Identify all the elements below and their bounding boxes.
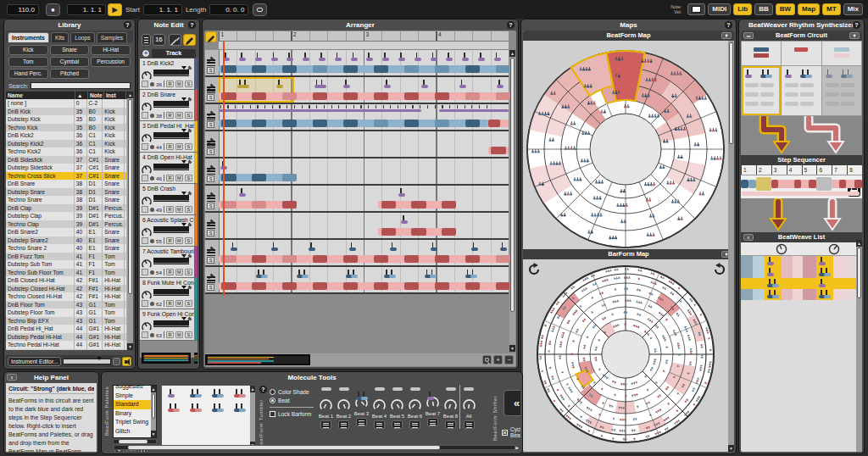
table-row[interactable]: Techno Snare38D1Snare (6, 196, 127, 204)
note-list-button[interactable] (142, 34, 151, 46)
help-icon[interactable]: ? (188, 21, 196, 29)
shift-left-button[interactable]: « (504, 390, 520, 416)
m-button[interactable]: M (175, 237, 183, 244)
track-module[interactable]: 2 DnB Snare38RMS (140, 90, 198, 121)
barform-map[interactable] (523, 259, 729, 452)
knob[interactable] (388, 398, 406, 414)
color-swatch[interactable] (142, 143, 148, 150)
scroll-up-icon[interactable]: ▲ (250, 386, 255, 392)
piano-button[interactable] (687, 3, 705, 15)
pin-icon[interactable] (186, 217, 192, 224)
list-scrollbar[interactable]: ▲ (856, 240, 862, 452)
solo-button[interactable]: S (207, 203, 214, 209)
step-segment[interactable] (741, 180, 748, 188)
step-number[interactable]: 5 (802, 165, 817, 175)
s-button[interactable]: S (185, 143, 192, 150)
palette-item[interactable]: Triplet Swing (114, 418, 151, 427)
table-row[interactable]: Techno Sub Floor Tom41F1Tom (6, 269, 127, 277)
list-button[interactable] (392, 420, 403, 429)
volume-fader[interactable] (153, 258, 189, 264)
beatweave-list[interactable] (741, 256, 862, 300)
pin-icon[interactable] (186, 280, 192, 286)
knob[interactable] (317, 398, 335, 414)
help-icon[interactable]: ? (507, 21, 515, 29)
column-header[interactable]: Name (6, 92, 75, 99)
scroll-down-icon[interactable]: ▼ (151, 431, 156, 437)
step-number[interactable]: 3 (771, 165, 787, 175)
solo-button[interactable]: S (207, 121, 214, 128)
row-controls[interactable]: S (205, 77, 219, 104)
table-row[interactable]: DnB Kick236C1Kick (6, 131, 127, 140)
category-button[interactable]: Percussion (91, 57, 131, 67)
table-row[interactable]: DnB Floor Tom43G1Tom (6, 301, 127, 309)
row-controls[interactable]: S (205, 240, 219, 267)
arranger-row[interactable] (219, 104, 509, 131)
scroll-down-icon[interactable]: ▼ (728, 445, 734, 452)
timeline-ruler[interactable]: 1234 (219, 31, 509, 42)
list-button[interactable] (464, 420, 475, 429)
s-button[interactable]: S (185, 237, 192, 244)
tracks-overview[interactable] (142, 353, 191, 364)
knob[interactable] (406, 398, 424, 414)
table-row[interactable]: Techno Snare 240E1Snare (6, 244, 127, 253)
scroll-down-icon[interactable]: ▼ (127, 343, 133, 350)
arranger-vscroll[interactable]: ▲ ▼ (509, 50, 515, 352)
stop-preview-button[interactable] (113, 358, 120, 365)
tab-instruments[interactable]: Instruments (8, 32, 49, 42)
list-button[interactable] (409, 420, 420, 429)
row-controls[interactable]: S (205, 131, 219, 158)
solo-button[interactable]: S (207, 284, 214, 291)
lock-barform-option[interactable]: Lock Barform (270, 411, 314, 417)
arranger-row[interactable] (219, 267, 509, 294)
beatweave-row[interactable] (741, 278, 862, 289)
scroll-up-icon[interactable]: ▲ (509, 50, 515, 57)
chevron-down-icon[interactable]: ▾ (849, 32, 860, 39)
arranger-overview[interactable] (205, 354, 310, 365)
palette-list[interactable]: SuggestedSimpleStandardBinaryTriplet Swi… (114, 385, 151, 436)
r-button[interactable]: R (166, 331, 174, 338)
grid-vscroll[interactable]: ▲▼ (250, 386, 255, 448)
arranger-row[interactable] (219, 213, 509, 240)
m-button[interactable]: M (175, 331, 183, 338)
row-controls[interactable]: S (205, 50, 219, 77)
palette-item[interactable]: Suggested (114, 385, 151, 392)
r-button[interactable]: R (166, 206, 174, 213)
tumbler-knob-column[interactable]: Beat 7 (424, 385, 442, 429)
cycle-beatforms-option[interactable]: Cycle BeatForms (502, 426, 520, 438)
step-segment[interactable] (816, 177, 832, 191)
step-number[interactable]: 1 (741, 165, 756, 175)
track-module[interactable]: 5 DnB Crash49RMS (140, 184, 198, 215)
help-icon[interactable]: ? (725, 21, 732, 29)
pin-icon[interactable] (186, 186, 192, 192)
color-swatch[interactable] (142, 269, 148, 275)
beatform-map[interactable] (523, 41, 729, 249)
library-scrollbar[interactable]: ▲ ▼ (127, 92, 133, 350)
m-button[interactable]: M (175, 81, 183, 87)
tumbler-knob-column[interactable]: Beat 4 (370, 385, 388, 429)
r-button[interactable]: R (166, 143, 174, 150)
color-shade-option[interactable]: Color Shade (270, 389, 314, 395)
pin-icon[interactable] (186, 311, 192, 318)
r-button[interactable]: R (166, 81, 174, 87)
palette-item[interactable]: Standard (114, 400, 151, 409)
palette-item[interactable]: Glitch (114, 427, 151, 437)
table-row[interactable]: Techno Closed Hi-Hat42F#1Hi-Hat (6, 292, 127, 301)
list-button[interactable] (320, 420, 331, 429)
volume-fader[interactable] (153, 320, 189, 327)
chevron-down-icon[interactable]: ▾ (721, 32, 732, 39)
start-field[interactable]: 1. 1. 1 (143, 4, 182, 15)
grid-resolution-field[interactable]: 16 (153, 34, 165, 46)
scroll-down-icon[interactable]: ▼ (509, 345, 515, 352)
solo-button[interactable]: S (207, 148, 214, 155)
s-button[interactable]: S (185, 175, 192, 181)
arranger-grid[interactable] (219, 50, 509, 294)
tumbler-knob-column[interactable]: Beat 1 (317, 385, 335, 429)
speaker-icon[interactable] (122, 357, 131, 366)
preview-volume-slider[interactable] (63, 359, 111, 364)
m-button[interactable]: M (175, 112, 183, 119)
r-button[interactable]: R (166, 175, 174, 181)
table-header[interactable]: Name▲NoteInstU (6, 92, 133, 99)
solo-button[interactable]: S (207, 257, 214, 264)
tempo-field[interactable]: 110.0 (7, 4, 39, 15)
table-row[interactable]: Techno Cross Stick37C#1Snare (6, 172, 127, 181)
